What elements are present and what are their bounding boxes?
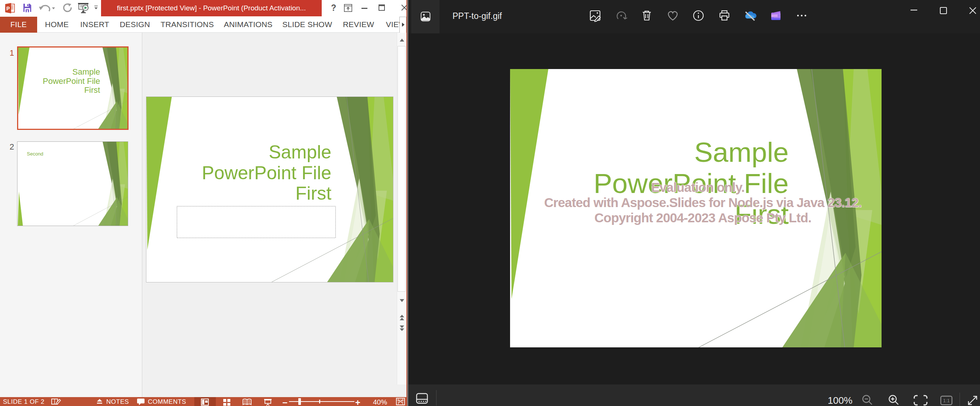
svg-text:First: First [295,183,331,204]
svg-text:P: P [6,6,10,11]
svg-text:Second: Second [27,151,43,157]
svg-text:First: First [84,86,100,95]
svg-text:Sample: Sample [72,67,100,76]
svg-text:Sample: Sample [269,142,331,163]
svg-text:PowerPoint File: PowerPoint File [202,163,331,183]
svg-text:1:1: 1:1 [943,398,950,403]
svg-text:Sample: Sample [694,136,789,168]
svg-text:PowerPoint File: PowerPoint File [43,76,100,86]
